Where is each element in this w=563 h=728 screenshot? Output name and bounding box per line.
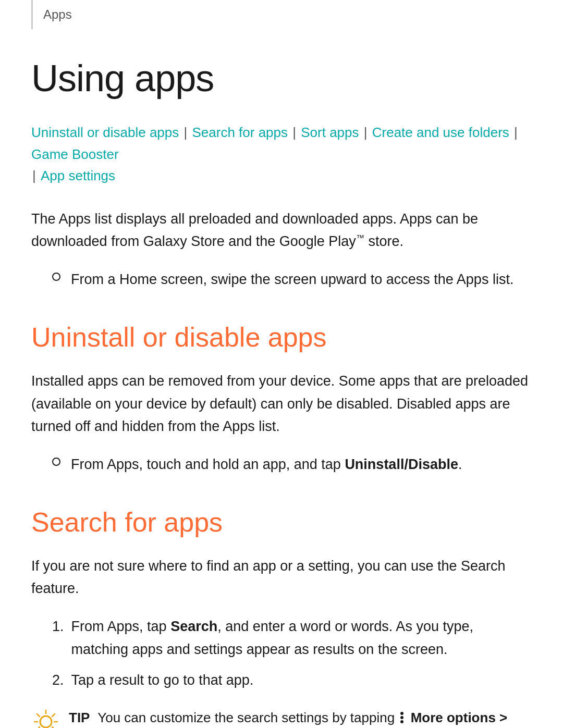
section2-num-1: 1. xyxy=(52,615,64,638)
page-container: Apps Using apps Uninstall or disable app… xyxy=(0,0,563,728)
nav-separator-3: | xyxy=(360,125,371,140)
intro-text-start: The Apps list displays all preloaded and… xyxy=(31,211,478,249)
intro-paragraph: The Apps list displays all preloaded and… xyxy=(31,208,532,253)
breadcrumb: Apps xyxy=(31,0,532,29)
nav-separator-1: | xyxy=(180,125,191,140)
section1-bullet-end: . xyxy=(458,456,462,472)
bullet-item-1: From a Home screen, swipe the screen upw… xyxy=(52,268,532,291)
bullet-text-1: From a Home screen, swipe the screen upw… xyxy=(71,268,513,291)
section2-tip-label: TIP xyxy=(69,710,90,725)
page-title: Using apps xyxy=(31,50,532,106)
section2-num-1-text: From Apps, tap Search, and enter a word … xyxy=(71,615,532,660)
section2-tip: TIP You can customize the search setting… xyxy=(31,707,532,728)
svg-line-5 xyxy=(37,714,40,717)
section1-paragraph: Installed apps can be removed from your … xyxy=(31,370,532,438)
nav-separator-4: | xyxy=(510,125,518,140)
tip-icon-1 xyxy=(31,708,60,728)
section2-tip-start: You can customize the search settings by… xyxy=(97,710,398,725)
nav-link-sort[interactable]: Sort apps xyxy=(301,125,359,140)
section2-num-2: 2. xyxy=(52,669,64,692)
nav-links: Uninstall or disable apps | Search for a… xyxy=(31,122,532,187)
section1-heading: Uninstall or disable apps xyxy=(31,317,532,357)
section1-bullet-circle xyxy=(52,458,60,466)
svg-point-0 xyxy=(40,716,52,727)
nav-link-search[interactable]: Search for apps xyxy=(192,125,288,140)
nav-link-appsettings[interactable]: App settings xyxy=(41,168,115,183)
section1-bullet-start: From Apps, touch and hold an app, and ta… xyxy=(71,456,345,472)
section2-numbered-item-1: 1. From Apps, tap Search, and enter a wo… xyxy=(52,615,532,660)
nav-link-folders[interactable]: Create and use folders xyxy=(372,125,509,140)
bullet-circle-1 xyxy=(52,273,60,281)
svg-line-7 xyxy=(52,714,55,717)
breadcrumb-label: Apps xyxy=(43,7,72,21)
trademark-symbol: ™ xyxy=(356,233,364,242)
section2-num-2-text: Tap a result to go to that app. xyxy=(71,669,254,692)
nav-link-game[interactable]: Game Booster xyxy=(31,146,119,162)
nav-separator-2: | xyxy=(289,125,300,140)
nav-separator-5: | xyxy=(32,168,40,183)
section2-heading: Search for apps xyxy=(31,502,532,542)
section1-bullet: From Apps, touch and hold an app, and ta… xyxy=(52,453,532,476)
section2-tip-text: TIP You can customize the search setting… xyxy=(69,707,532,728)
more-options-icon-1 xyxy=(400,712,405,723)
section2-num-1-start: From Apps, tap xyxy=(71,619,171,634)
section2-numbered-item-2: 2. Tap a result to go to that app. xyxy=(52,669,532,692)
intro-text-end: store. xyxy=(364,233,403,249)
section1-bullet-bold: Uninstall/Disable xyxy=(345,456,458,472)
section2-num-1-bold: Search xyxy=(170,619,217,634)
section1-bullet-text: From Apps, touch and hold an app, and ta… xyxy=(71,453,462,476)
section2-paragraph: If you are not sure where to find an app… xyxy=(31,555,532,600)
nav-link-uninstall[interactable]: Uninstall or disable apps xyxy=(31,125,179,140)
